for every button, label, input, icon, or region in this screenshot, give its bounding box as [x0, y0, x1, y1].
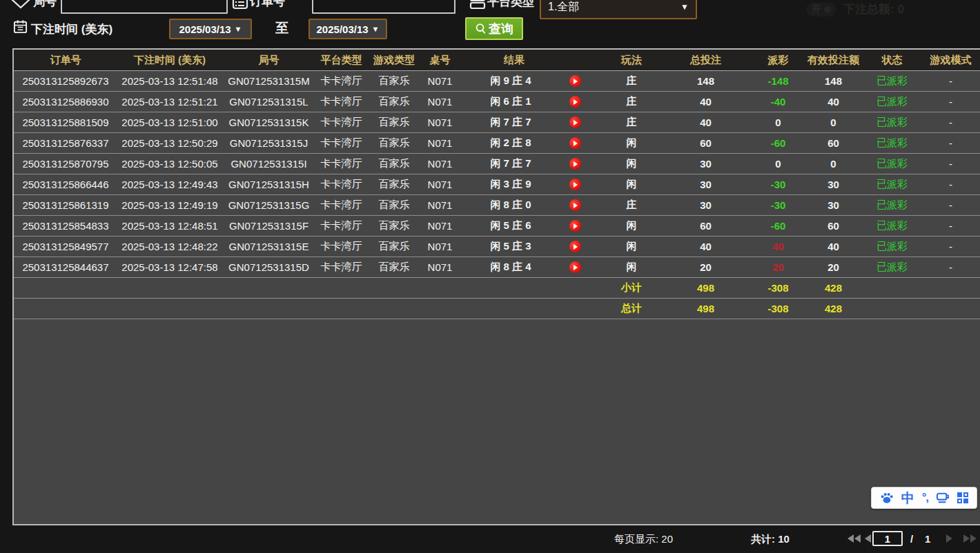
- cell-game-type: 百家乐: [367, 195, 421, 215]
- header-result: 结果: [459, 50, 604, 70]
- cell-table-no: N071: [421, 154, 459, 174]
- replay-play-icon[interactable]: [569, 117, 581, 128]
- ime-paw-icon[interactable]: [880, 492, 894, 504]
- chevron-down-icon: ▼: [235, 25, 242, 33]
- replay-play-icon[interactable]: [569, 158, 581, 170]
- page-number-input[interactable]: [872, 531, 903, 546]
- date-from-value: 2025/03/13: [179, 23, 231, 35]
- cell-result: 闲 5 庄 6: [459, 216, 604, 236]
- play-triangle-icon: [574, 223, 578, 229]
- cell-play: 闲: [604, 154, 659, 174]
- header-game-mode: 游戏模式: [921, 50, 980, 70]
- round-no-input[interactable]: [61, 0, 228, 14]
- header-play: 玩法: [604, 50, 659, 70]
- play-triangle-icon: [574, 182, 578, 188]
- cell-game-mode: -: [921, 71, 980, 91]
- cell-play: 闲: [604, 174, 659, 194]
- replay-play-icon[interactable]: [569, 241, 581, 252]
- header-platform: 平台类型: [315, 50, 367, 70]
- cell-valid-bet: 20: [804, 257, 863, 277]
- cell-round-no: GN0712531315H: [222, 174, 315, 194]
- cell-game-mode: -: [921, 92, 980, 112]
- date-to-select[interactable]: 2025/03/13 ▼: [308, 19, 387, 39]
- play-triangle-icon: [574, 161, 578, 167]
- cell-result: 闲 7 庄 7: [459, 112, 604, 132]
- cell-round-no: GN0712531315F: [222, 216, 315, 236]
- calendar-icon: [13, 19, 28, 34]
- cell-game-mode: -: [921, 154, 980, 174]
- last-page-button[interactable]: [963, 534, 977, 543]
- cell-bet-time: 2025-03-13 12:49:19: [117, 195, 222, 215]
- cell-platform: 卡卡湾厅: [315, 133, 367, 153]
- table-row[interactable]: 250313125876337 2025-03-13 12:50:29 GN07…: [14, 133, 980, 154]
- cell-result: 闲 5 庄 3: [459, 237, 604, 257]
- cell-table-no: N071: [421, 237, 459, 257]
- date-from-select[interactable]: 2025/03/13 ▼: [169, 19, 252, 39]
- table-row[interactable]: 250313125886930 2025-03-13 12:51:21 GN07…: [14, 92, 980, 112]
- query-button[interactable]: 查询: [465, 17, 523, 40]
- cell-game-mode: -: [921, 195, 980, 215]
- cell-result: 闲 7 庄 7: [459, 154, 604, 174]
- first-page-button[interactable]: [847, 534, 861, 543]
- table-row[interactable]: 250313125849577 2025-03-13 12:48:22 GN07…: [14, 237, 980, 257]
- replay-play-icon[interactable]: [569, 220, 581, 232]
- cell-bet-time: 2025-03-13 12:51:48: [117, 71, 222, 91]
- bet-records-table: 订单号 下注时间 (美东) 局号 平台类型 游戏类型 桌号 结果 玩法 总投注 …: [12, 48, 980, 525]
- cell-round-no: GN0712531315D: [222, 257, 315, 277]
- table-row[interactable]: 250313125892673 2025-03-13 12:51:48 GN07…: [14, 71, 980, 92]
- cell-order-no: 250313125881509: [14, 112, 117, 132]
- cell-platform: 卡卡湾厅: [315, 237, 367, 257]
- cell-payout: -30: [752, 195, 804, 215]
- cell-table-no: N071: [421, 112, 459, 132]
- next-page-button[interactable]: [946, 534, 952, 543]
- table-row[interactable]: 250313125854833 2025-03-13 12:48:51 GN07…: [14, 216, 980, 237]
- cell-platform: 卡卡湾厅: [315, 257, 367, 277]
- cell-payout: -148: [752, 71, 804, 91]
- replay-play-icon[interactable]: [569, 137, 581, 149]
- dimmed-toggle: 开: [806, 3, 836, 17]
- cell-game-mode: -: [921, 257, 980, 277]
- table-row[interactable]: 250313125881509 2025-03-13 12:51:00 GN07…: [14, 112, 980, 133]
- cell-round-no: GN0712531315M: [222, 71, 315, 91]
- cell-order-no: 250313125854833: [14, 216, 117, 236]
- cell-platform: 卡卡湾厅: [315, 216, 367, 236]
- replay-play-icon[interactable]: [569, 199, 581, 211]
- platform-type-icon: [469, 0, 486, 10]
- pagination-bar: 闲 6 闲 6 闲 每页显示: 20 共计: 10 / 1: [0, 525, 980, 553]
- ime-toolbar: 中 °,: [871, 487, 977, 509]
- page-separator: /: [910, 533, 913, 545]
- header-total-bet: 总投注: [659, 50, 752, 70]
- table-row[interactable]: 250313125844637 2025-03-13 12:47:58 GN07…: [14, 257, 980, 278]
- cell-payout: -60: [752, 216, 804, 236]
- cell-game-type: 百家乐: [367, 112, 421, 132]
- total-count-label: 共计: 10: [751, 533, 790, 546]
- cell-valid-bet: 30: [804, 195, 863, 215]
- table-row[interactable]: 250313125870795 2025-03-13 12:50:05 GN07…: [14, 154, 980, 174]
- chevron-down-icon: ▼: [372, 25, 380, 33]
- cell-bet-time: 2025-03-13 12:50:29: [117, 133, 222, 153]
- ime-board-icon[interactable]: [936, 492, 950, 503]
- header-valid-bet: 有效投注额: [804, 50, 863, 70]
- replay-play-icon[interactable]: [569, 75, 581, 87]
- order-no-input[interactable]: [312, 0, 455, 14]
- grand-total-payout: -308: [752, 299, 804, 319]
- ime-chinese-mode-button[interactable]: 中: [901, 492, 914, 505]
- replay-play-icon[interactable]: [569, 179, 581, 190]
- table-header-row: 订单号 下注时间 (美东) 局号 平台类型 游戏类型 桌号 结果 玩法 总投注 …: [14, 50, 980, 71]
- cell-round-no: GN0712531315I: [222, 154, 315, 174]
- ime-punctuation-button[interactable]: °,: [922, 492, 928, 503]
- cell-platform: 卡卡湾厅: [315, 92, 367, 112]
- ime-menu-grid-icon[interactable]: [957, 492, 968, 503]
- cell-status: 已派彩: [863, 154, 921, 174]
- cell-game-mode: -: [921, 174, 980, 194]
- table-row[interactable]: 250313125861319 2025-03-13 12:49:19 GN07…: [14, 195, 980, 216]
- replay-play-icon[interactable]: [569, 96, 581, 108]
- play-triangle-icon: [574, 203, 578, 208]
- replay-play-icon[interactable]: [569, 261, 581, 273]
- cell-game-type: 百家乐: [367, 154, 421, 174]
- prev-page-button[interactable]: [865, 534, 871, 543]
- cell-result: 闲 8 庄 4: [459, 257, 604, 277]
- table-row[interactable]: 250313125866446 2025-03-13 12:49:43 GN07…: [14, 174, 980, 195]
- query-button-label: 查询: [489, 21, 513, 37]
- platform-type-select[interactable]: 1.全部 ▼: [540, 0, 697, 19]
